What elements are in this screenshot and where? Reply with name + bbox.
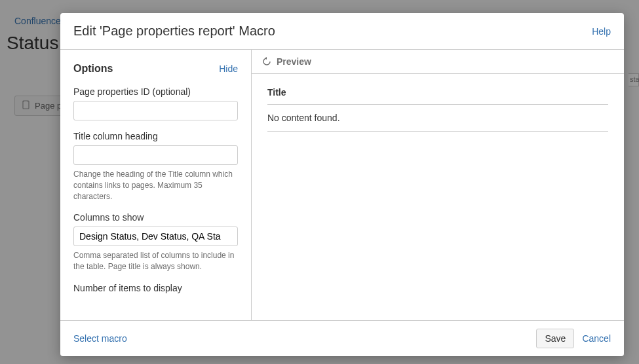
hide-link[interactable]: Hide	[219, 64, 238, 74]
cancel-button[interactable]: Cancel	[582, 333, 611, 344]
ppid-input[interactable]	[73, 101, 238, 120]
preview-panel: Preview Title No content found.	[252, 50, 624, 320]
title-col-help: Change the heading of the Title column w…	[73, 169, 238, 202]
field-number-of-items: Number of items to display	[73, 283, 238, 293]
modal-title: Edit 'Page properties report' Macro	[73, 24, 275, 39]
modal-header: Edit 'Page properties report' Macro Help	[60, 13, 624, 50]
options-header: Options Hide	[73, 63, 238, 75]
footer-actions: Save Cancel	[536, 329, 611, 348]
title-col-label: Title column heading	[73, 131, 238, 141]
preview-heading: Preview	[277, 56, 311, 67]
select-macro-link[interactable]: Select macro	[73, 333, 127, 344]
field-title-column-heading: Title column heading Change the heading …	[73, 131, 238, 202]
preview-table-header: Title	[267, 87, 608, 105]
columns-input[interactable]	[73, 227, 238, 246]
help-link[interactable]: Help	[592, 26, 611, 37]
ppid-label: Page properties ID (optional)	[73, 86, 238, 97]
options-panel: Options Hide Page properties ID (optiona…	[60, 50, 252, 320]
options-heading: Options	[73, 63, 113, 75]
title-col-input[interactable]	[73, 145, 238, 165]
columns-help: Comma separated list of columns to inclu…	[73, 250, 238, 272]
field-columns-to-show: Columns to show Comma separated list of …	[73, 212, 238, 272]
preview-header: Preview	[252, 50, 624, 74]
columns-label: Columns to show	[73, 212, 238, 223]
save-button[interactable]: Save	[536, 329, 574, 348]
macro-editor-modal: Edit 'Page properties report' Macro Help…	[60, 13, 624, 356]
modal-footer: Select macro Save Cancel	[60, 320, 624, 356]
field-page-properties-id: Page properties ID (optional)	[73, 86, 238, 120]
modal-body: Options Hide Page properties ID (optiona…	[60, 50, 624, 320]
num-items-label: Number of items to display	[73, 283, 238, 293]
refresh-icon[interactable]	[262, 57, 271, 66]
preview-empty-message: No content found.	[267, 105, 608, 132]
preview-body: Title No content found.	[252, 74, 624, 145]
